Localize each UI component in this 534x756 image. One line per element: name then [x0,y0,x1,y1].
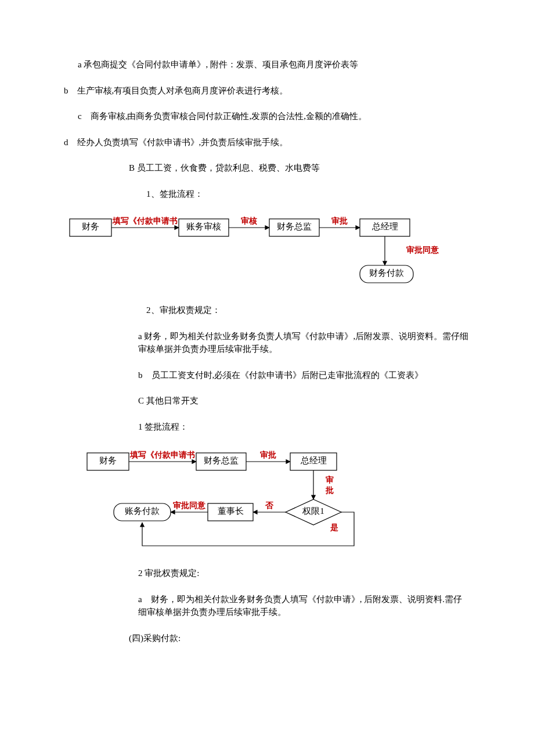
flow2-box-finance: 财务 [99,456,117,465]
section-B-title: B 员工工资，伙食费，贷款利息、税费、水电费等 [64,161,470,175]
item-c: c 商务审核,由商务负责审核合同付款正确性,发票的合法性,金额的准确性。 [64,110,470,123]
flow2-label-no: 否 [265,501,274,510]
section-four: (四)采购付款: [64,632,470,645]
flow1-box-account-review: 账务审核 [186,222,221,231]
item-d: d 经办人负责填写《付款申请书》,并负责后续审批手续。 [64,136,470,149]
flow1-label-approve-agree: 审批同意 [406,245,439,254]
section-B-rule-a: a 财务，即为相关付款业务财务负责人填写《付款申请》,后附发票、说明资料。需仔细… [64,330,470,356]
document-page: a 承包商提交《合同付款申请单》, 附件：发票、项目承包商月度评价表等 b 生产… [0,0,534,692]
section-C-title: C 其他日常开支 [64,394,470,408]
section-C-rule-a-text: a 财务，即为相关付款业务财务负责人填写《付款申请》, 后附发票、说明资料.需仔… [138,595,462,617]
flow1-label-write: 填写《付款申请书 [112,217,178,225]
flow1-box-cfo: 财务总监 [277,222,312,231]
flow2-label-write: 填写《付款申请书 [129,451,195,459]
section-B-step2: 2、审批权责规定： [64,304,470,317]
flow2-box-cfo: 财务总监 [204,456,239,465]
section-C-step2: 2 审批权责规定: [64,567,470,580]
section-B-rule-b: b 员工工资支付时,必须在《付款申请书》后附已走审批流程的《工资表》 [64,369,470,382]
flow2-label-approve-down-a: 审 [326,475,334,484]
flow1-label-approve: 审批 [331,216,348,225]
section-C-step1: 1 签批流程： [64,420,470,434]
flowchart-2: 财务 填写《付款申请书 财务总监 审批 总经理 审 批 权限1 是 否 董事长 [81,447,470,557]
flow2-diamond-permission: 权限1 [302,506,324,516]
section-B-step1: 1、签批流程： [64,188,470,201]
section-C-rule-a: a 财务，即为相关付款业务财务负责人填写《付款申请》, 后附发票、说明资料.需仔… [64,593,470,619]
section-B-rule-a-text: a 财务，即为相关付款业务财务负责人填写《付款申请》,后附发票、说明资料。需仔细… [138,332,468,354]
item-a: a 承包商提交《合同付款申请单》, 附件：发票、项目承包商月度评价表等 [64,58,470,71]
flow2-box-pay: 账务付款 [125,506,160,516]
flow2-label-approve-agree: 审批同意 [173,501,206,510]
flow2-box-chairman: 董事长 [218,506,244,516]
flow2-label-yes: 是 [330,523,338,532]
flow1-box-gm: 总经理 [371,222,398,231]
flow1-box-finance: 财务 [82,222,99,231]
item-b: b 生产审核,有项目负责人对承包商月度评价表进行考核。 [64,84,470,98]
flow1-label-review: 审核 [241,216,257,225]
flow2-box-gm: 总经理 [300,456,327,465]
flow2-label-approve: 审批 [260,450,276,459]
flow2-label-approve-down-b: 批 [325,486,334,495]
flowchart-1: 财务 填写《付款申请书 账务审核 审核 财务总监 审批 总经理 审批同意 财务付… [64,213,470,294]
flow1-box-pay: 财务付款 [369,268,404,278]
